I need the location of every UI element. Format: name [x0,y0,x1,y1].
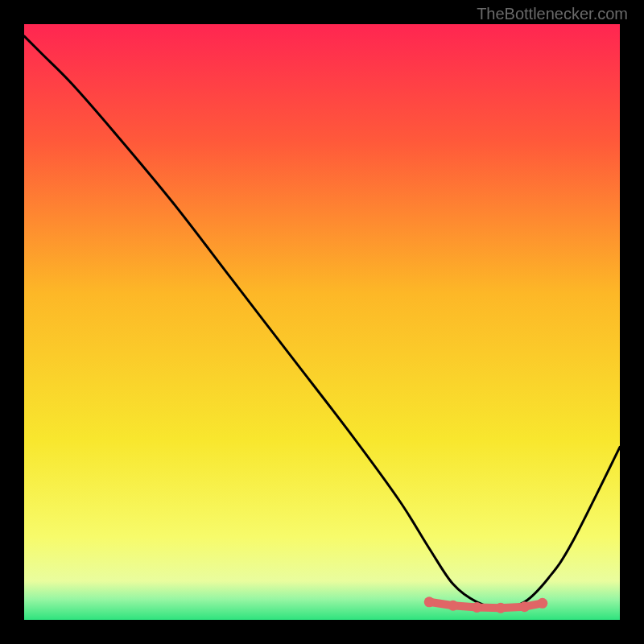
chart-svg [24,24,620,620]
marker-dot [448,601,458,611]
marker-dot [496,603,506,613]
chart-background [24,24,620,620]
marker-dot [472,602,482,613]
chart-plot-area [24,24,620,620]
marker-dot [537,598,547,609]
marker-dot [424,597,435,607]
marker-dot [519,601,530,612]
watermark-text: TheBottlenecker.com [477,5,628,23]
